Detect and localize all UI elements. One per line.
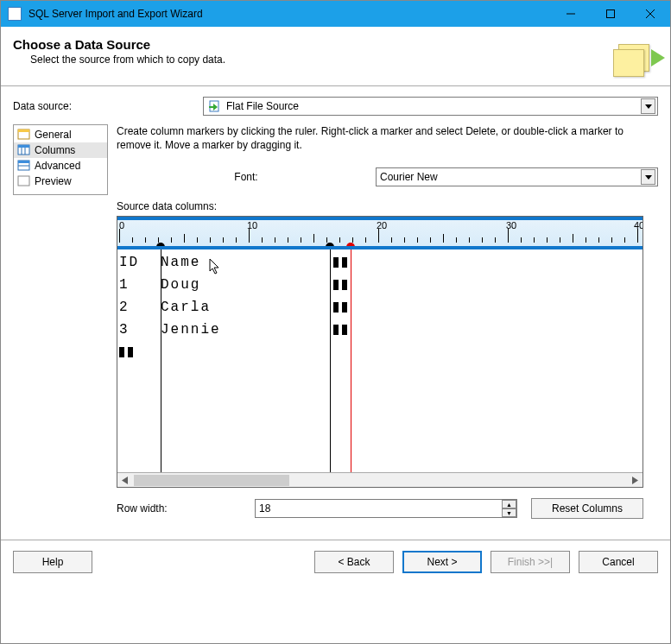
dropdown-arrow-icon[interactable] [641, 98, 655, 114]
ruler-tick-label: 30 [506, 220, 516, 230]
row-end-line [351, 249, 351, 472]
sidebar-item-label: Advanced [35, 160, 80, 172]
flat-file-icon [207, 99, 221, 113]
data-row [119, 341, 347, 363]
source-columns-label: Source data columns: [117, 200, 658, 212]
ruler[interactable]: 010203040 [117, 217, 643, 249]
control-chars-icon [119, 347, 133, 357]
cell: Doug [161, 274, 330, 296]
svg-marker-5 [645, 104, 652, 109]
minimize-button[interactable] [551, 1, 591, 27]
control-chars-icon [333, 325, 347, 335]
column-marker[interactable] [326, 243, 334, 249]
svg-marker-17 [122, 477, 128, 484]
ruler-tick-label: 0 [119, 220, 124, 230]
svg-marker-18 [632, 477, 638, 484]
close-button[interactable] [630, 1, 670, 27]
svg-rect-15 [18, 176, 29, 186]
data-row: 2Carla [119, 296, 347, 319]
next-button[interactable]: Next > [402, 551, 482, 573]
sidebar-item-preview[interactable]: Preview [14, 174, 107, 189]
row-width-label: Row width: [117, 502, 255, 515]
general-icon [17, 129, 31, 141]
data-source-value: Flat File Source [226, 100, 299, 112]
page-subtitle: Select the source from which to copy dat… [30, 54, 613, 66]
finish-button: Finish >>| [491, 551, 570, 573]
ruler-tick-label: 10 [247, 220, 257, 230]
reset-columns-button[interactable]: Reset Columns [531, 498, 643, 519]
row-width-input[interactable]: 18 ▲ ▼ [255, 499, 517, 518]
cell: Jennie [161, 319, 330, 341]
data-grid[interactable]: IDName1Doug2Carla3Jennie [117, 249, 643, 472]
row-end-marker[interactable] [346, 243, 355, 249]
svg-rect-9 [18, 145, 29, 148]
spinner-down-icon[interactable]: ▼ [502, 508, 516, 517]
data-row: 1Doug [119, 274, 347, 296]
column-marker[interactable] [156, 243, 165, 249]
scroll-thumb[interactable] [134, 475, 289, 486]
scroll-right-icon[interactable] [628, 474, 643, 487]
back-button[interactable]: < Back [314, 551, 394, 573]
cell: ID [119, 251, 161, 274]
svg-rect-1 [607, 10, 615, 18]
data-row: 3Jennie [119, 319, 347, 341]
cell: 2 [119, 296, 161, 319]
advanced-icon [17, 160, 31, 172]
font-select[interactable]: Courier New [376, 167, 658, 186]
sidebar-item-label: Preview [35, 175, 72, 187]
spinner-up-icon[interactable]: ▲ [502, 500, 516, 508]
wizard-footer: Help < Back Next > Finish >>| Cancel [1, 540, 670, 584]
wizard-icon [613, 37, 658, 79]
control-chars-icon [333, 280, 347, 290]
cell: 1 [119, 274, 161, 296]
data-source-select[interactable]: Flat File Source [203, 97, 658, 116]
cell: Carla [161, 296, 330, 319]
cell: Name [161, 251, 330, 274]
pages-sidebar: General Columns Advanced Preview [13, 124, 108, 195]
dropdown-arrow-icon[interactable] [641, 169, 655, 185]
title-bar: SQL Server Import and Export Wizard [1, 1, 670, 27]
column-divider[interactable] [330, 249, 331, 472]
sidebar-item-advanced[interactable]: Advanced [14, 158, 107, 174]
font-label: Font: [117, 171, 376, 183]
scroll-left-icon[interactable] [117, 474, 132, 487]
row-width-value: 18 [259, 502, 270, 515]
page-title: Choose a Data Source [13, 37, 613, 52]
preview-icon [17, 175, 31, 187]
hint-text: Create column markers by clicking the ru… [117, 124, 635, 152]
window-title: SQL Server Import and Export Wizard [28, 8, 551, 20]
app-icon [8, 7, 22, 21]
control-chars-icon [333, 302, 347, 313]
horizontal-scrollbar[interactable] [117, 472, 643, 487]
wizard-header: Choose a Data Source Select the source f… [1, 27, 670, 86]
column-preview[interactable]: 010203040 IDName1Doug2Carla3Jennie [117, 216, 643, 488]
sidebar-item-general[interactable]: General [14, 127, 107, 142]
data-source-label: Data source: [13, 100, 203, 112]
sidebar-item-label: General [35, 129, 72, 141]
maximize-button[interactable] [591, 1, 630, 27]
svg-marker-16 [645, 175, 652, 180]
column-divider[interactable] [161, 249, 161, 472]
cancel-button[interactable]: Cancel [579, 551, 658, 573]
control-chars-icon [333, 257, 347, 268]
sidebar-item-label: Columns [35, 144, 75, 156]
ruler-tick-label: 40 [634, 220, 643, 230]
svg-rect-7 [18, 129, 29, 132]
cell: 3 [119, 319, 161, 341]
ruler-tick-label: 20 [377, 220, 387, 230]
svg-rect-13 [18, 161, 29, 163]
data-row: IDName [119, 251, 347, 274]
sidebar-item-columns[interactable]: Columns [14, 142, 107, 158]
help-button[interactable]: Help [13, 551, 92, 573]
columns-icon [17, 144, 31, 156]
font-value: Courier New [380, 171, 438, 183]
